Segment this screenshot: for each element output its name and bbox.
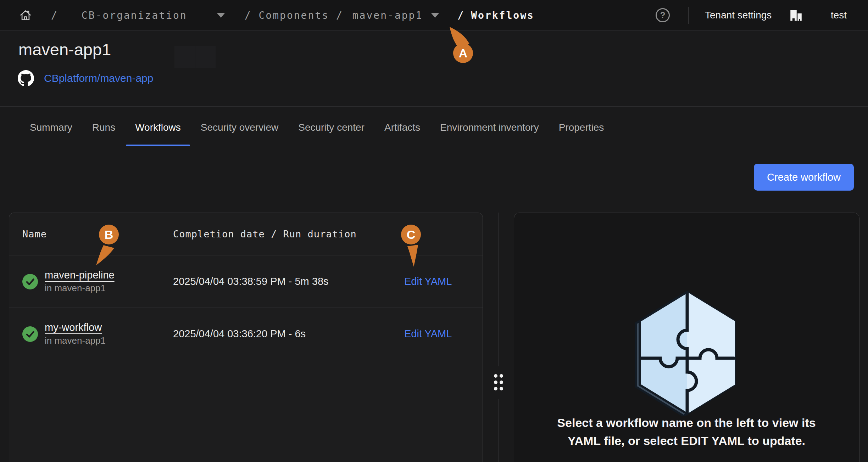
panel-splitter-line — [498, 399, 499, 462]
puzzle-illustration — [634, 290, 740, 416]
table-header-row: Name Completion date / Run duration — [9, 213, 483, 255]
table-row: my-workflow in maven-app1 2025/04/04 03:… — [9, 308, 483, 360]
column-header-name: Name — [22, 229, 173, 240]
create-workflow-button[interactable]: Create workflow — [754, 164, 854, 191]
tenant-settings-label: Tenant settings — [705, 10, 772, 21]
workflow-scope: in maven-app1 — [45, 283, 115, 294]
annotation-marker-a: A — [450, 27, 473, 63]
success-check-icon — [22, 326, 38, 342]
help-icon[interactable]: ? — [656, 8, 670, 22]
top-navigation-bar: / CB-organization / Components / maven-a… — [0, 0, 868, 31]
drag-handle-icon[interactable] — [493, 373, 504, 392]
breadcrumb-org-dropdown[interactable]: CB-organization — [82, 10, 187, 21]
breadcrumb: / CB-organization / Components / maven-a… — [19, 0, 534, 30]
empty-state-message: Select a workflow name on the left to vi… — [539, 414, 834, 450]
breadcrumb-component-dropdown[interactable]: maven-app1 — [352, 10, 423, 21]
tab-artifacts[interactable]: Artifacts — [374, 107, 430, 148]
breadcrumb-separator: / — [457, 10, 464, 21]
organization-building-icon[interactable] — [789, 8, 803, 23]
title-placeholder-box — [195, 46, 216, 68]
edit-yaml-link[interactable]: Edit YAML — [404, 328, 483, 340]
breadcrumb-current-page: Workflows — [471, 10, 534, 21]
workflow-scope: in maven-app1 — [45, 335, 106, 346]
section-divider — [0, 202, 868, 202]
breadcrumb-components: / Components / — [245, 10, 343, 21]
workflow-name-link[interactable]: maven-pipeline — [45, 269, 115, 281]
completion-date: 2025/04/04 03:36:20 PM - 6s — [173, 328, 404, 340]
workflow-name-link[interactable]: my-workflow — [45, 322, 106, 333]
help-glyph: ? — [660, 10, 666, 20]
tab-environment-inventory[interactable]: Environment inventory — [430, 107, 549, 148]
chevron-down-icon[interactable] — [217, 13, 225, 18]
component-tabs: Summary Runs Workflows Security overview… — [20, 107, 614, 148]
tab-workflows[interactable]: Workflows — [125, 107, 191, 148]
repository-link[interactable]: CBplatform/maven-app — [44, 72, 153, 84]
github-icon — [18, 70, 34, 86]
workflows-page: / CB-organization / Components / maven-a… — [0, 0, 868, 462]
tab-summary[interactable]: Summary — [20, 107, 82, 148]
workflows-table: Name Completion date / Run duration mave… — [9, 213, 483, 462]
tenant-settings-link[interactable]: Tenant settings — [705, 0, 772, 30]
annotation-letter: A — [459, 46, 468, 60]
edit-yaml-link[interactable]: Edit YAML — [404, 276, 483, 287]
user-name: test — [831, 10, 847, 21]
repository-link-row: CBplatform/maven-app — [18, 70, 153, 86]
tab-security-center[interactable]: Security center — [288, 107, 374, 148]
column-header-completion: Completion date / Run duration — [173, 229, 404, 240]
table-row: maven-pipeline in maven-app1 2025/04/04 … — [9, 255, 483, 308]
home-icon[interactable] — [19, 9, 32, 22]
user-menu[interactable]: test — [831, 0, 847, 30]
tab-security-overview[interactable]: Security overview — [191, 107, 288, 148]
title-placeholder-box — [174, 46, 195, 68]
tab-runs[interactable]: Runs — [82, 107, 125, 148]
page-title: maven-app1 — [18, 40, 111, 59]
topbar-divider — [688, 7, 689, 24]
completion-date: 2025/04/04 03:38:59 PM - 5m 38s — [173, 276, 404, 287]
panel-splitter-line — [498, 213, 499, 366]
chevron-down-icon[interactable] — [431, 13, 439, 18]
success-check-icon — [22, 274, 38, 289]
breadcrumb-separator: / — [51, 10, 58, 21]
tab-properties[interactable]: Properties — [549, 107, 614, 148]
